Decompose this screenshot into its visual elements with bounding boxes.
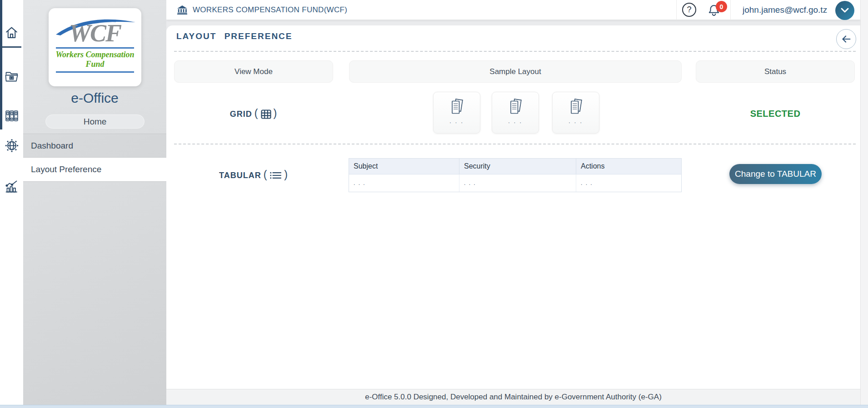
paren: ) (274, 107, 278, 119)
column-header-view-mode: View Mode (174, 60, 333, 83)
user-avatar-menu[interactable] (835, 1, 854, 20)
grid-sample-card: . . . (552, 92, 599, 134)
table-cell: . . . (576, 174, 681, 192)
column-header-sample-layout: Sample Layout (349, 60, 682, 83)
card-ellipsis: . . . (569, 118, 583, 124)
sidebar-item-layout-preference[interactable]: Layout Preference (23, 158, 166, 182)
horizontal-scrollbar[interactable] (0, 405, 868, 408)
page-title: LAYOUT PREFERENCE (176, 31, 293, 41)
grid-sample-card: . . . (492, 92, 539, 134)
globe-settings-icon[interactable] (0, 139, 23, 153)
sample-table: Subject Security Actions . . . . . . . .… (349, 158, 682, 192)
sample-table-header: Subject Security Actions (349, 159, 681, 174)
document-copy-icon (568, 98, 584, 115)
tabular-mode-text: TABULAR (219, 171, 261, 180)
chevron-down-icon (840, 7, 850, 14)
paren: ) (284, 169, 288, 181)
table-cell: . . . (459, 174, 576, 192)
notifications-bell[interactable]: 0 (707, 3, 722, 18)
org-title: WORKERS COMPENSATION FUND(WCF) (193, 0, 347, 20)
paren: ( (254, 107, 259, 119)
layout-preference-panel: LAYOUT PREFERENCE View Mode Sample Layou… (166, 25, 860, 389)
table-header-subject: Subject (349, 159, 459, 174)
logo-rule (56, 71, 134, 73)
table-header-security: Security (459, 159, 576, 174)
dashed-separator (174, 51, 856, 52)
sidebar: WCF Workers Compensation Fund e-Office H… (23, 0, 166, 408)
home-button[interactable]: Home (45, 114, 145, 129)
grid-mode-text: GRID (230, 109, 252, 119)
notification-count-badge: 0 (716, 1, 727, 12)
back-button[interactable] (836, 29, 856, 49)
help-icon[interactable]: ? (682, 3, 696, 17)
card-ellipsis: . . . (508, 118, 523, 124)
arrow-left-icon (840, 33, 852, 45)
icon-rail (0, 0, 23, 408)
table-row: . . . . . . . . . (349, 174, 681, 192)
bank-icon (177, 5, 187, 15)
change-to-tabular-button[interactable]: Change to TABULAR (729, 164, 822, 184)
document-copy-icon (449, 98, 464, 115)
tabular-mode-label: TABULAR ( ) (174, 164, 333, 187)
table-cell: . . . (349, 174, 459, 192)
wcf-logo: WCF Workers Compensation Fund (49, 8, 141, 86)
card-ellipsis: . . . (449, 118, 464, 124)
home-icon[interactable] (0, 25, 23, 40)
column-header-status: Status (696, 60, 855, 83)
grid-sample-card: . . . (433, 92, 480, 134)
sidebar-item-dashboard[interactable]: Dashboard (23, 134, 166, 158)
footer: e-Office 5.0.0 Designed, Developed and M… (166, 389, 860, 405)
grid-mode-label: GRID ( ) (174, 103, 333, 125)
list-icon (269, 171, 282, 179)
documents-folder-icon[interactable] (0, 69, 23, 82)
logo-tagline: Workers Compensation Fund (49, 50, 141, 69)
statistics-chart-icon[interactable] (0, 179, 23, 193)
dashed-separator (174, 144, 856, 144)
status-badge: SELECTED (696, 109, 855, 119)
document-copy-icon (508, 98, 523, 115)
sidebar-menu: Dashboard Layout Preference (23, 134, 166, 182)
user-email[interactable]: john.james@wcf.go.tz (743, 0, 827, 20)
topbar: WORKERS COMPENSATION FUND(WCF) ? 0 john.… (166, 0, 860, 20)
logo-rule (56, 47, 134, 49)
application-window: WCF Workers Compensation Fund e-Office H… (0, 0, 868, 408)
vertical-scrollbar[interactable] (860, 0, 868, 405)
topbar-divider (676, 0, 677, 20)
topbar-divider (730, 0, 731, 20)
rail-separator (0, 46, 21, 48)
binders-icon[interactable] (0, 109, 23, 123)
grid-icon (261, 109, 271, 119)
app-name: e-Office (23, 90, 166, 106)
table-header-actions: Actions (576, 159, 681, 174)
paren: ( (264, 169, 268, 181)
logo-acronym: WCF (49, 22, 141, 45)
